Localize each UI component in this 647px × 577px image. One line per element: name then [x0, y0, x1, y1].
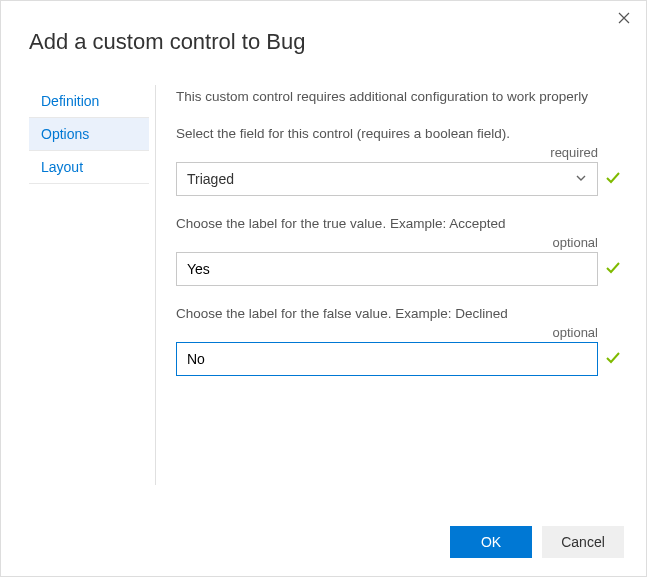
tab-options[interactable]: Options	[29, 118, 149, 151]
dialog-footer: OK Cancel	[450, 526, 624, 558]
close-icon[interactable]	[614, 9, 634, 29]
field-select-dropdown[interactable]: Triaged	[176, 162, 598, 196]
required-tag: required	[176, 145, 622, 160]
optional-tag: optional	[176, 235, 622, 250]
intro-text: This custom control requires additional …	[176, 89, 622, 104]
vertical-divider	[155, 85, 156, 485]
chevron-down-icon	[575, 171, 587, 187]
main-panel: This custom control requires additional …	[164, 85, 628, 485]
true-label-caption: Choose the label for the true value. Exa…	[176, 216, 622, 231]
cancel-button[interactable]: Cancel	[542, 526, 624, 558]
check-icon	[604, 259, 622, 280]
false-label-input[interactable]	[176, 342, 598, 376]
false-label-caption: Choose the label for the false value. Ex…	[176, 306, 622, 321]
ok-button[interactable]: OK	[450, 526, 532, 558]
check-icon	[604, 349, 622, 370]
dialog-title: Add a custom control to Bug	[1, 1, 646, 55]
sidebar: Definition Options Layout	[29, 85, 149, 485]
tab-definition[interactable]: Definition	[29, 85, 149, 118]
check-icon	[604, 169, 622, 190]
optional-tag: optional	[176, 325, 622, 340]
true-label-input[interactable]	[176, 252, 598, 286]
tab-layout[interactable]: Layout	[29, 151, 149, 184]
field-select-value: Triaged	[187, 171, 234, 187]
field-select-label: Select the field for this control (requi…	[176, 126, 622, 141]
